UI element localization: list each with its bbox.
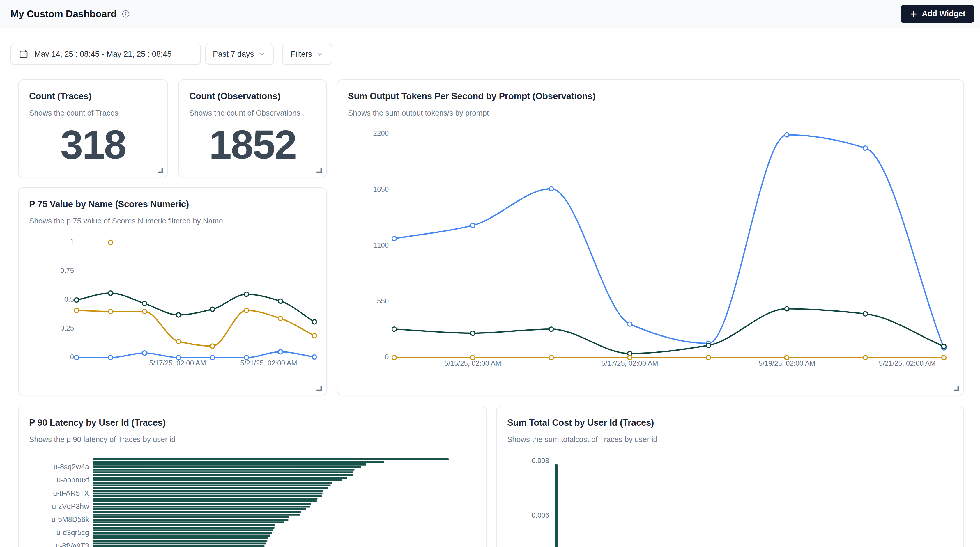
svg-text:0.008: 0.008 bbox=[531, 457, 549, 465]
widget-title: Count (Traces) bbox=[29, 91, 159, 101]
svg-text:0.006: 0.006 bbox=[531, 511, 549, 519]
svg-text:550: 550 bbox=[377, 297, 389, 305]
svg-text:0: 0 bbox=[70, 353, 74, 361]
svg-text:5/17/25, 02:00 AM: 5/17/25, 02:00 AM bbox=[150, 359, 206, 367]
widget-total-cost: Sum Total Cost by User Id (Traces) Shows… bbox=[496, 406, 964, 547]
date-preset-dropdown[interactable]: Past 7 days bbox=[205, 44, 274, 65]
svg-text:2200: 2200 bbox=[373, 129, 389, 137]
widget-p90-latency: P 90 Latency by User Id (Traces) Shows t… bbox=[18, 406, 487, 547]
svg-text:5/21/25, 02:00 AM: 5/21/25, 02:00 AM bbox=[240, 359, 297, 367]
widget-tokens-by-prompt: Sum Output Tokens Per Second by Prompt (… bbox=[337, 79, 964, 395]
date-range-picker[interactable]: May 14, 25 : 08:45 - May 21, 25 : 08:45 bbox=[11, 44, 201, 65]
resize-handle-icon[interactable] bbox=[156, 166, 163, 173]
svg-text:5/19/25, 02:00 AM: 5/19/25, 02:00 AM bbox=[759, 359, 816, 367]
chevron-down-icon bbox=[258, 50, 266, 58]
svg-text:u-d3qr5cg: u-d3qr5cg bbox=[56, 528, 89, 536]
svg-text:0.75: 0.75 bbox=[60, 266, 74, 274]
info-icon[interactable] bbox=[121, 10, 130, 18]
svg-text:u-8sq2w4a: u-8sq2w4a bbox=[54, 463, 89, 471]
svg-text:u-5M8D56k: u-5M8D56k bbox=[51, 515, 89, 523]
svg-text:5/21/25, 02:00 AM: 5/21/25, 02:00 AM bbox=[879, 359, 936, 367]
svg-text:1650: 1650 bbox=[373, 186, 389, 193]
widget-subtitle: Shows the count of Traces bbox=[29, 109, 159, 117]
resize-handle-icon[interactable] bbox=[952, 384, 959, 391]
svg-text:1: 1 bbox=[70, 238, 74, 246]
svg-text:u-aobnuxf: u-aobnuxf bbox=[57, 476, 89, 484]
svg-text:0.25: 0.25 bbox=[60, 324, 74, 332]
resize-handle-icon[interactable] bbox=[315, 166, 322, 173]
chevron-down-icon bbox=[316, 50, 324, 58]
widget-title: Count (Observations) bbox=[189, 91, 318, 101]
filters-dropdown[interactable]: Filters bbox=[282, 44, 332, 65]
add-widget-button[interactable]: Add Widget bbox=[900, 5, 974, 23]
date-range-value: May 14, 25 : 08:45 - May 21, 25 : 08:45 bbox=[34, 50, 172, 59]
bar-chart-total-cost[interactable]: 0.0080.006 bbox=[497, 406, 964, 547]
dashboard-page: { "header": { "title": "My Custom Dashbo… bbox=[0, 0, 980, 547]
svg-text:u-zVqP3hw: u-zVqP3hw bbox=[52, 502, 89, 511]
resize-handle-icon[interactable] bbox=[315, 384, 322, 391]
widget-subtitle: Shows the count of Observations bbox=[189, 109, 318, 117]
count-observations-value: 1852 bbox=[179, 121, 326, 168]
top-header-bar: My Custom Dashboard Add Widget bbox=[0, 0, 980, 28]
count-traces-value: 318 bbox=[19, 121, 167, 168]
svg-text:0: 0 bbox=[385, 353, 389, 361]
bar-chart-p90-latency[interactable]: u-8sq2w4au-aobnuxfu-tFAR5TXu-zVqP3hwu-5M… bbox=[19, 406, 487, 547]
svg-text:0.5: 0.5 bbox=[64, 295, 74, 303]
line-chart-tokens-by-prompt[interactable]: 05501100165022005/15/25, 02:00 AM5/17/25… bbox=[337, 80, 964, 395]
filters-label: Filters bbox=[291, 50, 312, 59]
calendar-icon bbox=[19, 49, 29, 59]
svg-text:u-8fVa9T3: u-8fVa9T3 bbox=[56, 542, 89, 547]
widget-p75-by-name: P 75 Value by Name (Scores Numeric) Show… bbox=[18, 187, 327, 395]
add-widget-label: Add Widget bbox=[922, 9, 966, 18]
widget-count-traces: Count (Traces) Shows the count of Traces… bbox=[18, 79, 168, 178]
plus-icon bbox=[909, 10, 918, 18]
svg-text:5/17/25, 02:00 AM: 5/17/25, 02:00 AM bbox=[601, 359, 658, 367]
page-title: My Custom Dashboard bbox=[11, 8, 117, 19]
date-preset-value: Past 7 days bbox=[213, 50, 254, 59]
widget-count-observations: Count (Observations) Shows the count of … bbox=[178, 79, 327, 178]
svg-text:5/15/25, 02:00 AM: 5/15/25, 02:00 AM bbox=[445, 359, 501, 367]
svg-text:1100: 1100 bbox=[374, 241, 389, 249]
line-chart-p75-by-name[interactable]: 00.250.50.7515/17/25, 02:00 AM5/21/25, 0… bbox=[19, 188, 327, 395]
svg-text:u-tFAR5TX: u-tFAR5TX bbox=[53, 489, 89, 497]
